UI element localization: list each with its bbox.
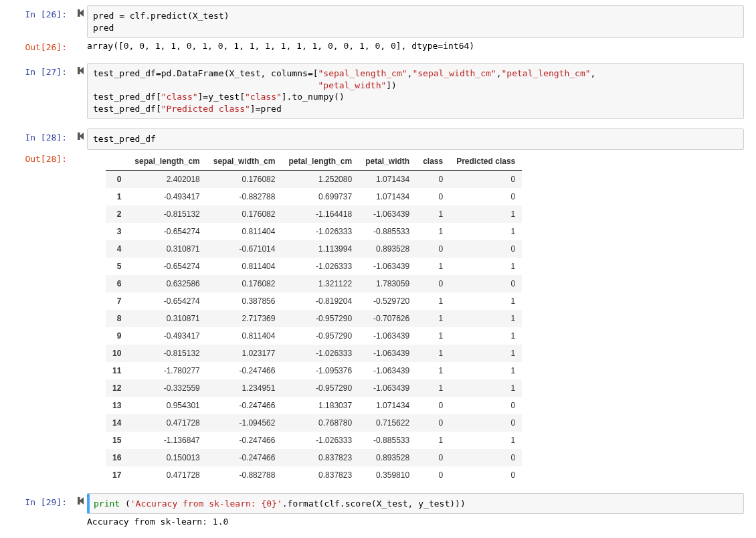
column-header: sepal_width_cm — [207, 153, 282, 171]
cell: 0.837823 — [282, 449, 359, 466]
cell-26: In [26]: pred = clf.predict(X_test) pred… — [0, 5, 756, 54]
column-header: petal_width — [359, 153, 416, 171]
row-index: 7 — [106, 292, 128, 310]
table-row: 15-1.136847-0.247466-1.026333-0.88553311 — [106, 432, 522, 449]
in-prompt: In [26]: — [0, 5, 74, 19]
run-cell-icon[interactable] — [74, 5, 87, 17]
cell: -0.707626 — [359, 310, 416, 327]
cell: 0.176082 — [207, 170, 282, 188]
in-prompt: In [27]: — [0, 63, 74, 77]
table-row: 40.310871-0.6710141.1139940.89352800 — [106, 240, 522, 258]
code-input[interactable]: test_pred_df=pd.DataFrame(X_test, column… — [87, 63, 744, 119]
cell: 0 — [450, 449, 522, 466]
cell: 1 — [450, 362, 522, 379]
cell: 0.811404 — [207, 327, 282, 345]
cell: -0.654274 — [128, 292, 206, 310]
cell: 0 — [416, 275, 450, 292]
cell: 0.632586 — [128, 275, 206, 292]
row-index: 4 — [106, 240, 128, 258]
cell: -1.063439 — [359, 362, 416, 379]
table-row: 5-0.6542740.811404-1.026333-1.06343911 — [106, 258, 522, 275]
row-index: 9 — [106, 327, 128, 345]
run-cell-icon[interactable] — [74, 493, 87, 505]
cell: 1 — [416, 310, 450, 327]
cell: 2.717369 — [207, 310, 282, 327]
cell: -0.493417 — [128, 188, 206, 205]
row-index: 1 — [106, 188, 128, 205]
cell: 0.893528 — [359, 240, 416, 258]
cell: 0 — [416, 188, 450, 205]
cell-29: In [29]: print ('Accuracy from sk-learn:… — [0, 493, 756, 530]
cell: -0.957290 — [282, 327, 359, 345]
cell: 2.402018 — [128, 170, 206, 188]
cell: 0 — [450, 240, 522, 258]
cell: -1.063439 — [359, 379, 416, 397]
cell: -1.026333 — [282, 258, 359, 275]
cell: -0.815132 — [128, 345, 206, 362]
cell: 0.310871 — [128, 240, 206, 258]
spacer — [74, 38, 87, 42]
cell: 0.387856 — [207, 292, 282, 310]
cell: 0.837823 — [282, 466, 359, 484]
cell: -0.247466 — [207, 449, 282, 466]
row-index: 13 — [106, 397, 128, 414]
table-row: 130.954301-0.2474661.1830371.07143400 — [106, 397, 522, 414]
table-row: 80.3108712.717369-0.957290-0.70762611 — [106, 310, 522, 327]
cell: 1.234951 — [207, 379, 282, 397]
cell: 0.715622 — [359, 414, 416, 432]
spacer — [74, 514, 87, 518]
cell: -0.957290 — [282, 379, 359, 397]
spacer — [74, 150, 87, 154]
code-input[interactable]: test_pred_df — [87, 128, 744, 150]
out-prompt: Out[26]: — [0, 38, 74, 52]
run-cell-icon[interactable] — [74, 63, 87, 74]
cell: 1.023177 — [207, 345, 282, 362]
cell: -0.332559 — [128, 379, 206, 397]
cell: 0.471728 — [128, 466, 206, 484]
cell: 0.954301 — [128, 397, 206, 414]
table-row: 3-0.6542740.811404-1.026333-0.88553311 — [106, 223, 522, 240]
cell: 0 — [416, 397, 450, 414]
cell: 0.471728 — [128, 414, 206, 432]
cell: 0 — [416, 414, 450, 432]
cell: -1.095376 — [282, 362, 359, 379]
cell-27: In [27]: test_pred_df=pd.DataFrame(X_tes… — [0, 63, 756, 119]
row-index: 15 — [106, 432, 128, 449]
table-row: 140.471728-1.0945620.7687800.71562200 — [106, 414, 522, 432]
cell: 0 — [416, 449, 450, 466]
cell: -1.094562 — [207, 414, 282, 432]
cell: 0 — [450, 188, 522, 205]
row-index: 0 — [106, 170, 128, 188]
code-input[interactable]: print ('Accuracy from sk-learn: {0}'.for… — [87, 493, 744, 515]
table-row: 1-0.493417-0.8827880.6997371.07143400 — [106, 188, 522, 205]
cell: 1.252080 — [282, 170, 359, 188]
cell: 0 — [450, 466, 522, 484]
output-text: array([0, 0, 1, 1, 0, 1, 0, 1, 1, 1, 1, … — [87, 38, 744, 54]
out-prompt: Out[28]: — [0, 150, 74, 164]
run-cell-icon[interactable] — [74, 128, 87, 140]
cell: -0.671014 — [207, 240, 282, 258]
cell: 0.811404 — [207, 258, 282, 275]
cell: 0.811404 — [207, 223, 282, 240]
output-dataframe: sepal_length_cmsepal_width_cmpetal_lengt… — [87, 150, 744, 484]
cell: 1 — [416, 345, 450, 362]
cell: -1.026333 — [282, 345, 359, 362]
cell: -0.247466 — [207, 362, 282, 379]
cell: 1.783059 — [359, 275, 416, 292]
cell: 0 — [416, 170, 450, 188]
cell: 0.310871 — [128, 310, 206, 327]
row-index: 14 — [106, 414, 128, 432]
cell: 0 — [450, 414, 522, 432]
cell: 1 — [416, 327, 450, 345]
table-row: 160.150013-0.2474660.8378230.89352800 — [106, 449, 522, 466]
cell: 0.176082 — [207, 275, 282, 292]
table-row: 11-1.780277-0.247466-1.095376-1.06343911 — [106, 362, 522, 379]
cell: 0.176082 — [207, 205, 282, 223]
table-row: 10-0.8151321.023177-1.026333-1.06343911 — [106, 345, 522, 362]
cell: 0 — [450, 170, 522, 188]
cell: -1.026333 — [282, 432, 359, 449]
cell: -1.063439 — [359, 327, 416, 345]
cell-28: In [28]: test_pred_df Out[28]: sepal_len… — [0, 128, 756, 484]
cell: -0.885533 — [359, 432, 416, 449]
code-input[interactable]: pred = clf.predict(X_test) pred — [87, 5, 744, 38]
